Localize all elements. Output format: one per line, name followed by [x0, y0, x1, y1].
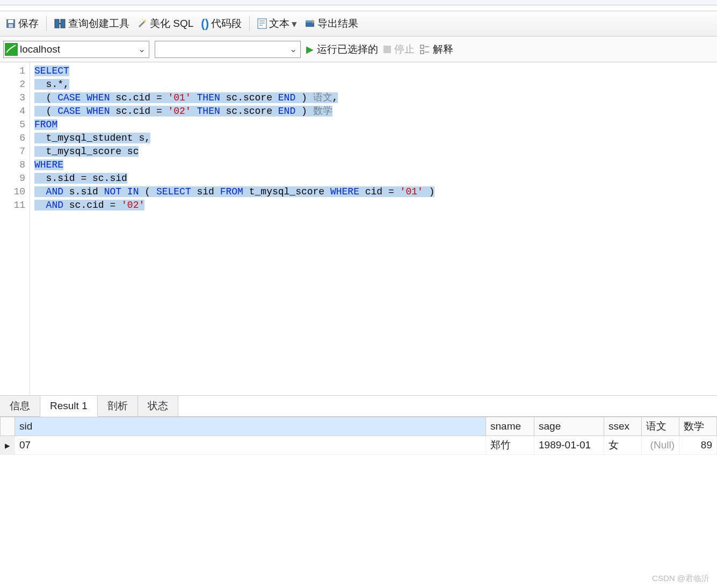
- connection-select[interactable]: localhost ⌄: [3, 41, 149, 58]
- main-toolbar: 保存 查询创建工具 美化 SQL () 代码段 文本 ▾ 导出结果: [0, 11, 717, 37]
- svg-rect-17: [421, 45, 424, 48]
- sql-editor[interactable]: 1234567891011 SELECT s.*, ( CASE WHEN sc…: [0, 62, 717, 395]
- table-row[interactable]: ▸07郑竹1989-01-01女(Null)89: [1, 436, 717, 455]
- run-selected-button[interactable]: ▶ 运行已选择的: [306, 42, 378, 56]
- query-builder-label: 查询创建工具: [68, 17, 129, 31]
- text-label: 文本: [269, 17, 289, 31]
- divider: [46, 16, 47, 31]
- cell[interactable]: 89: [679, 436, 717, 455]
- watermark: CSDN @君临沂: [652, 574, 709, 584]
- chevron-down-icon: ⌄: [138, 43, 149, 55]
- export-icon: [305, 18, 315, 29]
- explain-label: 解释: [433, 42, 453, 56]
- snippet-button[interactable]: () 代码段: [199, 16, 244, 32]
- explain-icon: [420, 45, 430, 54]
- export-button[interactable]: 导出结果: [302, 16, 360, 32]
- row-marker: ▸: [1, 436, 15, 455]
- connection-toolbar: localhost ⌄ ⌄ ▶ 运行已选择的 停止 解释: [0, 37, 717, 62]
- tab-result1[interactable]: Result 1: [40, 396, 98, 417]
- column-header[interactable]: sname: [486, 417, 534, 436]
- run-selected-label: 运行已选择的: [317, 42, 378, 56]
- snippet-label: 代码段: [211, 17, 242, 31]
- snippet-icon: (): [201, 17, 209, 31]
- divider: [249, 16, 250, 31]
- stop-button: 停止: [383, 42, 415, 56]
- stop-label: 停止: [394, 42, 415, 56]
- database-select[interactable]: ⌄: [155, 41, 301, 58]
- wand-icon: [137, 18, 148, 29]
- export-label: 导出结果: [317, 17, 358, 31]
- query-builder-icon: [54, 18, 66, 29]
- beautify-button[interactable]: 美化 SQL: [135, 16, 195, 32]
- svg-point-9: [142, 19, 143, 20]
- svg-rect-10: [258, 19, 266, 28]
- text-icon: [257, 18, 267, 29]
- tab-profile[interactable]: 剖析: [98, 396, 138, 416]
- tab-status[interactable]: 状态: [138, 396, 178, 416]
- play-icon: ▶: [306, 43, 314, 55]
- row-marker-header: [1, 417, 15, 436]
- column-header[interactable]: 数学: [679, 417, 717, 436]
- tab-info[interactable]: 信息: [0, 396, 40, 416]
- svg-rect-1: [8, 20, 13, 23]
- column-header[interactable]: sage: [534, 417, 604, 436]
- svg-rect-3: [55, 19, 59, 28]
- stop-icon: [383, 46, 391, 53]
- svg-point-8: [140, 21, 141, 22]
- save-icon: [5, 18, 16, 29]
- result-tabs: 信息 Result 1 剖析 状态: [0, 395, 717, 417]
- cell[interactable]: 女: [604, 436, 642, 455]
- cell[interactable]: (Null): [642, 436, 679, 455]
- column-header[interactable]: sid: [15, 417, 486, 436]
- line-gutter: 1234567891011: [0, 62, 30, 395]
- explain-button[interactable]: 解释: [420, 42, 453, 56]
- result-table[interactable]: sidsnamesagessex语文数学 ▸07郑竹1989-01-01女(Nu…: [0, 417, 717, 455]
- svg-point-7: [144, 20, 146, 22]
- svg-rect-2: [9, 24, 13, 27]
- svg-rect-4: [61, 19, 65, 28]
- query-builder-button[interactable]: 查询创建工具: [52, 16, 132, 32]
- save-label: 保存: [18, 17, 39, 31]
- beautify-label: 美化 SQL: [150, 17, 193, 31]
- cell[interactable]: 1989-01-01: [534, 436, 604, 455]
- code-area[interactable]: SELECT s.*, ( CASE WHEN sc.cid = '01' TH…: [30, 62, 717, 395]
- chevron-down-icon: ▾: [292, 18, 297, 30]
- text-button[interactable]: 文本 ▾: [255, 16, 299, 32]
- cell[interactable]: 07: [15, 436, 486, 455]
- column-header[interactable]: ssex: [604, 417, 642, 436]
- chevron-down-icon: ⌄: [289, 43, 300, 55]
- cell[interactable]: 郑竹: [486, 436, 534, 455]
- svg-rect-16: [5, 43, 18, 56]
- connection-icon: [4, 42, 19, 57]
- connection-label: localhost: [19, 43, 138, 55]
- svg-rect-18: [421, 50, 424, 54]
- save-button[interactable]: 保存: [3, 16, 41, 32]
- column-header[interactable]: 语文: [642, 417, 679, 436]
